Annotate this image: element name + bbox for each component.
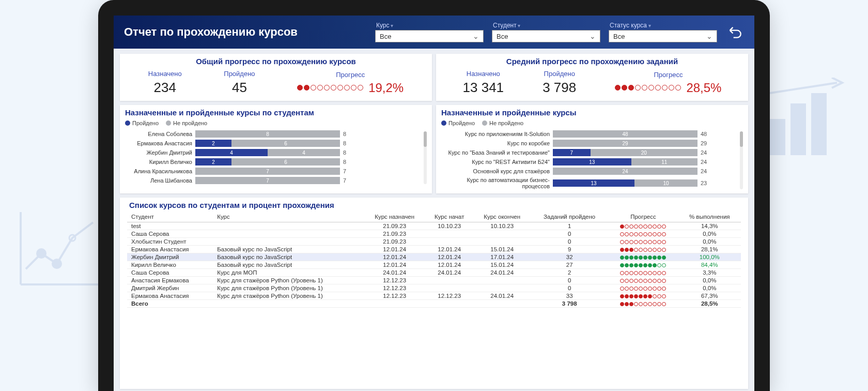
- progress-pct: 28,5%: [686, 81, 721, 95]
- laptop-frame: Отчет по прохождению курсов Курс Все Сту…: [98, 0, 770, 391]
- table-row[interactable]: Анастасия ЕрмаковаКурс для стажёров Pyth…: [127, 277, 741, 284]
- summary-title: Средний прогресс по прохождению заданий: [443, 57, 741, 66]
- header: Отчет по прохождению курсов Курс Все Сту…: [114, 16, 754, 49]
- bar-row: Основной курс для стажёров2424: [441, 168, 738, 175]
- filter-student-select[interactable]: Все: [492, 30, 600, 42]
- bar-row: Курс по коробке2929: [441, 140, 738, 147]
- summary-card-courses: Общий прогресс по прохождению курсов Наз…: [120, 54, 432, 101]
- bar-label: Елена Соболева: [125, 131, 192, 137]
- table-header[interactable]: Курс назначен: [364, 212, 425, 222]
- table-header[interactable]: Студент: [127, 212, 214, 222]
- bar-row: Кирилл Величко268: [125, 158, 422, 166]
- bar-row: Курс по приложениям It-Solution4848: [441, 130, 738, 138]
- table-row[interactable]: Саша СероваКурс для МОП24.01.2424.01.242…: [127, 269, 741, 277]
- bar-row: Курс по "База Знаний и тестирование"7202…: [441, 149, 738, 156]
- svg-rect-3: [770, 119, 785, 155]
- assigned-value: 234: [148, 80, 182, 96]
- table-row[interactable]: Саша Серова21.09.2300,0%: [127, 230, 741, 238]
- table-row[interactable]: Хлобыстин Студент21.09.2300,0%: [127, 238, 741, 246]
- svg-rect-4: [791, 103, 806, 155]
- filter-status-label: Статус курса: [609, 22, 717, 29]
- table-header[interactable]: Заданий пройдено: [531, 212, 608, 222]
- bar-row: Лена Шибанова77: [125, 177, 422, 184]
- table-header[interactable]: Курс окончен: [473, 212, 531, 222]
- bar-label: Курс по приложениям It-Solution: [441, 131, 550, 137]
- bar-label: Основной курс для стажёров: [441, 168, 550, 174]
- filter-course-select[interactable]: Все: [375, 30, 484, 42]
- chart-students: Назначенные и пройденные курсы по студен…: [120, 105, 432, 193]
- bar-list: Курс по приложениям It-Solution4848Курс …: [441, 130, 738, 189]
- progress-pct: 19,2%: [368, 81, 404, 95]
- legend: Пройдено Не пройдено: [441, 120, 743, 126]
- bar-label: Алина Красильникова: [125, 168, 192, 174]
- svg-rect-5: [811, 93, 827, 155]
- bar-row: Жербин Дмитрий448: [125, 149, 422, 156]
- table-row[interactable]: Ермакова АнастасияКурс для стажёров Pyth…: [127, 292, 741, 300]
- passed-value: 45: [224, 80, 255, 96]
- filter-student-label: Студент: [492, 22, 600, 29]
- deco-chart-right: [760, 78, 853, 160]
- bar-label: Ермакова Анастасия: [125, 140, 192, 146]
- filter-student: Студент Все: [492, 22, 600, 42]
- table-header[interactable]: Прогресс: [608, 212, 678, 222]
- app-screen: Отчет по прохождению курсов Курс Все Сту…: [114, 16, 754, 391]
- table-header[interactable]: % выполнения: [678, 212, 741, 222]
- svg-point-1: [52, 259, 62, 269]
- bar-row: Алина Красильникова77: [125, 168, 422, 175]
- table-total-row: Всего3 79828,5%: [127, 300, 741, 308]
- table-header[interactable]: Курс начат: [425, 212, 473, 222]
- table-header[interactable]: Курс: [214, 212, 364, 222]
- students-table: СтудентКурсКурс назначенКурс начатКурс о…: [127, 212, 741, 308]
- table-row[interactable]: Ермакова АнастасияБазовый курс по JavaSc…: [127, 246, 741, 253]
- deco-chart-left: [16, 207, 109, 290]
- bar-row: Ермакова Анастасия268: [125, 140, 422, 147]
- bar-list: Елена Соболева88Ермакова Анастасия268Жер…: [125, 130, 422, 184]
- bar-label: Кирилл Величко: [125, 159, 192, 165]
- progress-dots: [297, 85, 363, 91]
- bar-label: Курс по "REST Активити Б24": [441, 159, 550, 165]
- bar-row: Курс по "REST Активити Б24"131124: [441, 158, 738, 166]
- assigned-value: 13 341: [463, 80, 504, 96]
- table-row[interactable]: Кирилл ВеличкоБазовый курс по JavaScript…: [127, 261, 741, 269]
- bar-label: Курс по автоматизации бизнес-процессов: [441, 177, 550, 189]
- filter-course: Курс Все: [375, 22, 484, 42]
- bar-label: Лена Шибанова: [125, 177, 192, 184]
- bar-label: Курс по "База Знаний и тестирование": [441, 149, 550, 156]
- summary-card-tasks: Средний прогресс по прохождению заданий …: [436, 54, 748, 101]
- bar-row: Елена Соболева88: [125, 130, 422, 138]
- filter-course-label: Курс: [375, 22, 484, 29]
- content: Общий прогресс по прохождению курсов Наз…: [114, 49, 754, 391]
- table-row[interactable]: test21.09.2310.10.2310.10.23114,3%: [127, 222, 741, 230]
- chart-courses: Назначенные и пройденные курсы Пройдено …: [436, 105, 748, 193]
- legend: Пройдено Не пройдено: [125, 120, 427, 126]
- undo-button[interactable]: [725, 22, 744, 42]
- summary-row: Общий прогресс по прохождению курсов Наз…: [120, 54, 748, 101]
- progress-dots: [615, 85, 681, 91]
- filter-bar: Курс Все Студент Все Статус курса Все: [375, 22, 744, 42]
- page-title: Отчет по прохождению курсов: [124, 25, 298, 39]
- bar-label: Курс по коробке: [441, 140, 550, 146]
- passed-value: 3 798: [542, 80, 576, 96]
- summary-title: Общий прогресс по прохождению курсов: [127, 57, 425, 66]
- charts-row: Назначенные и пройденные курсы по студен…: [120, 105, 748, 193]
- scrollbar[interactable]: [740, 131, 743, 189]
- undo-icon: [727, 24, 742, 39]
- scrollbar[interactable]: [424, 131, 427, 184]
- table-row[interactable]: Жербин ДмитрийБазовый курс по JavaScript…: [127, 253, 741, 261]
- filter-status-select[interactable]: Все: [609, 30, 717, 42]
- bar-label: Жербин Дмитрий: [125, 149, 192, 156]
- filter-status: Статус курса Все: [609, 22, 717, 42]
- bar-row: Курс по автоматизации бизнес-процессов13…: [441, 177, 738, 189]
- table-row[interactable]: Дмитрий ЖербинКурс для стажёров Python (…: [127, 284, 741, 292]
- table-card: Список курсов по студентам и процент про…: [120, 198, 748, 389]
- svg-point-0: [36, 248, 47, 259]
